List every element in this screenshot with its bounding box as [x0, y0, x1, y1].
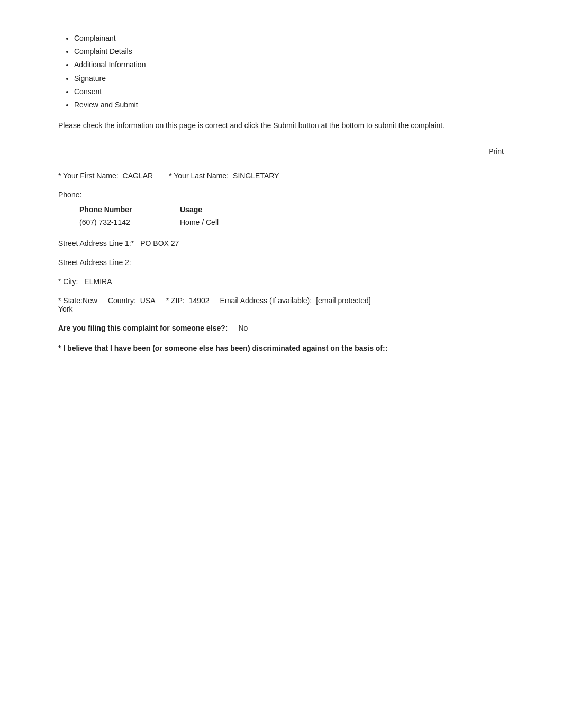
first-name-field: * Your First Name: CAGLAR — [58, 171, 153, 180]
last-name-field: * Your Last Name: SINGLETARY — [169, 171, 279, 180]
print-row: Print — [58, 147, 504, 156]
email-field: Email Address (If available): [email pro… — [220, 296, 371, 305]
phone-number-value: (607) 732-1142 — [79, 218, 148, 226]
first-name-value: CAGLAR — [123, 171, 153, 180]
nav-list-item: Signature — [74, 72, 504, 85]
street2-label: Street Address Line 2: — [58, 258, 131, 267]
filing-question-text: Are you filing this complaint for someon… — [58, 324, 228, 332]
street1-label: Street Address Line 1:* — [58, 239, 134, 248]
street1-row: Street Address Line 1:* PO BOX 27 — [58, 239, 504, 248]
street2-row: Street Address Line 2: — [58, 258, 504, 267]
last-name-value: SINGLETARY — [233, 171, 279, 180]
nav-list: ComplainantComplaint DetailsAdditional I… — [58, 32, 504, 112]
intro-text: Please check the information on this pag… — [58, 120, 504, 131]
city-value: ELMIRA — [84, 277, 112, 286]
nav-list-item: Consent — [74, 85, 504, 98]
city-label: * City: — [58, 277, 78, 286]
filing-question-row: Are you filing this complaint for someon… — [58, 324, 504, 332]
email-value: [email protected] — [316, 296, 371, 305]
phone-usage-value: Home / Cell — [180, 218, 233, 226]
email-label: Email Address (If available): — [220, 296, 312, 305]
discrimination-label: * I believe that I have been (or someone… — [58, 343, 504, 354]
state-country-row: * State:New York Country: USA * ZIP: 149… — [58, 296, 504, 313]
state-label-value: * State:New — [58, 296, 97, 305]
nav-list-item: Complainant — [74, 32, 504, 45]
last-name-label: * Your Last Name: — [169, 171, 229, 180]
first-name-label: * Your First Name: — [58, 171, 119, 180]
state-value-line2: York — [58, 305, 97, 313]
zip-value: 14902 — [189, 296, 210, 305]
discrimination-section: * I believe that I have been (or someone… — [58, 343, 504, 354]
phone-col-header: Phone Number — [79, 205, 148, 214]
usage-col-header: Usage — [180, 205, 233, 214]
state-label: * State: — [58, 296, 83, 305]
nav-list-item: Complaint Details — [74, 45, 504, 58]
nav-list-item: Review and Submit — [74, 98, 504, 112]
city-row: * City: ELMIRA — [58, 277, 504, 286]
state-block: * State:New York — [58, 296, 97, 313]
zip-field: * ZIP: 14902 — [166, 296, 210, 305]
phone-table: Phone Number Usage (607) 732-1142 Home /… — [79, 205, 504, 226]
filing-answer: No — [239, 324, 248, 332]
phone-table-header: Phone Number Usage — [79, 205, 504, 214]
phone-section-label: Phone: — [58, 190, 504, 199]
zip-label: * ZIP: — [166, 296, 185, 305]
country-label: Country: — [108, 296, 136, 305]
print-link[interactable]: Print — [488, 147, 504, 156]
phone-table-row: (607) 732-1142 Home / Cell — [79, 218, 504, 226]
name-row: * Your First Name: CAGLAR * Your Last Na… — [58, 171, 504, 180]
street1-value: PO BOX 27 — [140, 239, 179, 248]
country-value: USA — [140, 296, 156, 305]
country-field: Country: USA — [108, 296, 156, 305]
nav-list-item: Additional Information — [74, 58, 504, 71]
phone-section: Phone: Phone Number Usage (607) 732-1142… — [58, 190, 504, 226]
state-value: New — [83, 296, 97, 305]
